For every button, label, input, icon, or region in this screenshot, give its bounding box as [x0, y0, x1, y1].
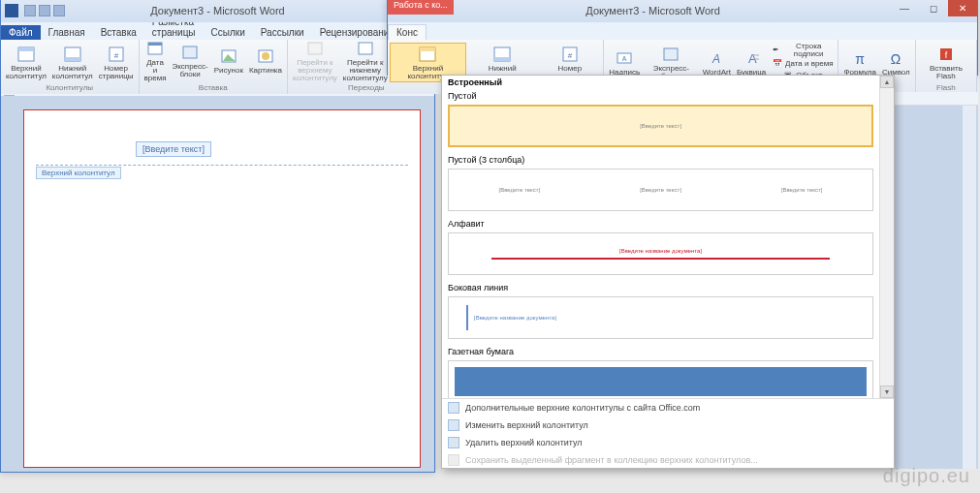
context-tab-header-tools[interactable]: Работа с ко... [388, 0, 454, 15]
date-time-button-2[interactable]: 📅Дата и время [769, 58, 836, 70]
header-boundary [36, 165, 408, 166]
window-title-back: Документ3 - Microsoft Word [150, 5, 284, 16]
svg-rect-8 [183, 46, 197, 58]
gallery-item-alphabet-label: Алфавит [442, 217, 879, 231]
quick-parts-button[interactable]: Экспресс-блоки [169, 42, 210, 79]
gallery-item-blank3[interactable]: [Введите текст][Введите текст][Введите т… [448, 169, 873, 211]
tab-constructor[interactable]: Конс [388, 24, 427, 40]
word-window-back: Документ3 - Microsoft Word Файл Главная … [0, 0, 435, 473]
picture-button[interactable]: Рисунок [211, 46, 246, 76]
svg-text:#: # [568, 51, 573, 60]
tab-home[interactable]: Главная [41, 25, 93, 40]
goto-footer-button[interactable]: Перейти к нижнему колонтитулу [340, 40, 391, 83]
gallery-item-alphabet[interactable]: [Введите название документа] [448, 232, 873, 275]
gallery-item-newsprint[interactable] [448, 360, 873, 398]
ribbon-back: Верхний колонтитул Нижний колонтитул #Но… [1, 40, 434, 94]
dropcap-button[interactable]: AБуквица [734, 47, 769, 77]
tab-references[interactable]: Ссылки [204, 25, 253, 40]
gallery-item-newsprint-label: Газетная бумага [442, 345, 879, 358]
svg-text:Ω: Ω [891, 51, 901, 67]
edit-icon [448, 419, 459, 431]
svg-point-12 [262, 52, 269, 60]
gallery-save-selection: Сохранить выделенный фрагмент в коллекци… [442, 451, 894, 469]
flash-button[interactable]: fВставить Flash [918, 44, 974, 81]
window-title-front: Документ3 - Microsoft Word [585, 5, 719, 16]
maximize-button[interactable]: ◻ [919, 0, 948, 16]
symbol-button[interactable]: ΩСимвол [879, 47, 913, 77]
watermark: digipo.eu [883, 465, 970, 487]
qat-redo-icon[interactable] [53, 5, 65, 16]
goto-header-button: Перейти к верхнему колонтитулу [290, 40, 340, 83]
gallery-scrollbar[interactable]: ▲ ▼ [880, 76, 894, 398]
tab-file[interactable]: Файл [1, 25, 41, 40]
scrollbar-vertical[interactable] [963, 106, 976, 469]
header-placeholder[interactable]: [Введите текст] [136, 141, 211, 157]
header-gallery-dropdown: Встроенный Пустой [Введите текст] Пустой… [441, 75, 895, 469]
svg-rect-18 [494, 57, 510, 61]
svg-rect-23 [664, 48, 678, 60]
gallery-footer: Дополнительные верхние колонтитулы с сай… [442, 398, 894, 468]
svg-text:#: # [113, 51, 118, 60]
ribbon-tabs-front: Конс [388, 22, 977, 40]
delete-icon [448, 437, 459, 448]
group-label-nav: Переходы [348, 83, 385, 93]
footer-button[interactable]: Нижний колонтитул [49, 44, 96, 81]
save-icon [448, 454, 459, 466]
gallery-item-blank[interactable]: [Введите текст] [448, 105, 873, 147]
date-time-button[interactable]: Дата и время [142, 40, 170, 83]
tab-mailings[interactable]: Рассылки [253, 25, 312, 40]
textbox-button[interactable]: AНадпись [606, 47, 643, 77]
close-button[interactable]: ✕ [948, 0, 977, 16]
titlebar-front: Работа с ко... Документ3 - Microsoft Wor… [388, 0, 977, 22]
page-number-button[interactable]: #Номер страницы [96, 44, 137, 81]
gallery-remove-header[interactable]: Удалить верхний колонтитул [442, 434, 894, 451]
minimize-button[interactable]: — [890, 0, 919, 16]
gallery-more-online[interactable]: Дополнительные верхние колонтитулы с сай… [442, 399, 894, 416]
gallery-edit-header[interactable]: Изменить верхний колонтитул [442, 416, 894, 434]
equation-button[interactable]: πФормула [840, 47, 879, 77]
header-button[interactable]: Верхний колонтитул [3, 44, 49, 81]
signature-line-button[interactable]: ✒Строка подписи [769, 43, 836, 58]
gallery-category-builtin: Встроенный [442, 76, 879, 89]
document-area: [Введите текст] Верхний колонтитул [1, 96, 434, 472]
word-window-front: Работа с ко... Документ3 - Microsoft Wor… [387, 0, 978, 76]
gallery-item-blank3-label: Пустой (3 столбца) [442, 153, 879, 167]
tab-insert[interactable]: Вставка [93, 25, 144, 40]
clipart-button[interactable]: Картинка [246, 46, 285, 76]
svg-rect-7 [148, 43, 162, 46]
qat-save-icon[interactable] [24, 5, 36, 16]
quick-access-toolbar[interactable] [24, 5, 65, 16]
svg-rect-13 [308, 43, 322, 54]
svg-rect-1 [18, 47, 34, 51]
ribbon-tabs-back: Файл Главная Вставка Разметка страницы С… [1, 22, 434, 40]
svg-rect-3 [65, 57, 80, 61]
svg-rect-16 [420, 47, 435, 51]
svg-text:π: π [855, 51, 865, 67]
gallery-item-sideline[interactable]: [Введите название документа] [448, 296, 873, 339]
gallery-item-sideline-label: Боковая линия [442, 281, 879, 294]
group-label-insert: Вставка [199, 83, 228, 93]
titlebar-back: Документ3 - Microsoft Word [1, 0, 434, 22]
qat-undo-icon[interactable] [39, 5, 50, 16]
svg-text:A: A [622, 55, 627, 62]
scroll-up-icon[interactable]: ▲ [880, 76, 894, 88]
group-label-headers: Колонтитулы [46, 83, 93, 93]
wordart-button[interactable]: AWordArt [700, 47, 734, 77]
svg-rect-14 [359, 43, 372, 54]
scroll-down-icon[interactable]: ▼ [880, 385, 894, 398]
globe-icon [448, 402, 459, 414]
gallery-item-blank-label: Пустой [442, 89, 879, 103]
page[interactable]: [Введите текст] Верхний колонтитул [23, 109, 421, 468]
header-tag: Верхний колонтитул [36, 167, 121, 179]
svg-text:A: A [711, 52, 720, 66]
word-icon [5, 4, 18, 17]
